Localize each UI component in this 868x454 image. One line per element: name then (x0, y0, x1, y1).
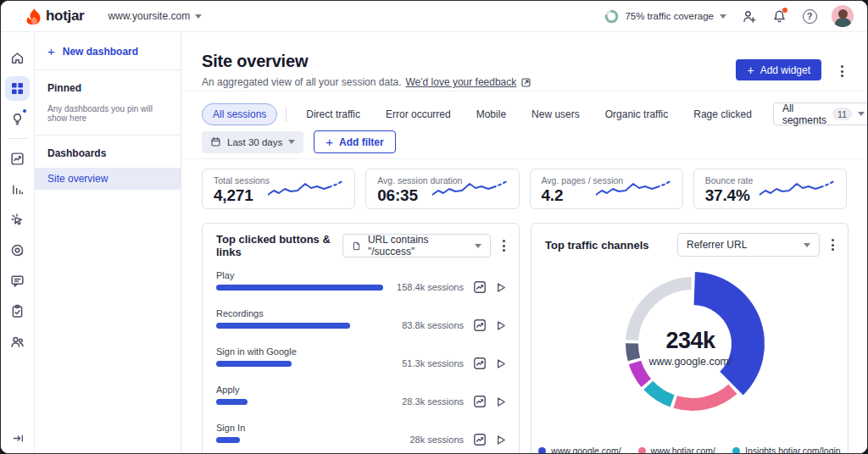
clicked-item-label: Recordings (216, 308, 507, 318)
filter-chip-new-users[interactable]: New users (520, 103, 591, 125)
legend-color-dot (638, 447, 646, 454)
all-segments-dropdown[interactable]: All segments 11 (773, 102, 867, 125)
play-recordings-button[interactable] (494, 357, 507, 370)
sidebar-item-label: Site overview (47, 173, 108, 185)
top-clicked-options-menu[interactable] (499, 236, 509, 255)
coverage-ring-icon (604, 9, 619, 24)
navigation-rail (1, 32, 35, 454)
top-clicked-header: Top clicked buttons & links URL contains… (203, 224, 519, 258)
view-heatmap-button[interactable] (473, 280, 487, 294)
user-avatar[interactable] (832, 5, 854, 27)
donut-segment[interactable] (626, 277, 692, 340)
hotjar-flame-icon (26, 8, 41, 25)
page-options-menu[interactable] (837, 62, 847, 80)
donut-segment[interactable] (626, 343, 640, 361)
add-filter-button[interactable]: + Add filter (314, 130, 395, 153)
legend-color-dot (732, 447, 740, 454)
play-recordings-button[interactable] (494, 319, 507, 332)
filter-chip-organic-traffic[interactable]: Organic traffic (594, 103, 679, 125)
view-heatmap-button[interactable] (473, 433, 487, 446)
legend-color-dot (538, 447, 546, 454)
donut-legend: www.google.com/ www.hotjar.com/ Insights… (531, 446, 848, 453)
notifications-button[interactable] (771, 8, 787, 25)
collapse-sidebar-button[interactable] (1, 432, 35, 445)
filter-chip-direct-traffic[interactable]: Direct traffic (295, 103, 371, 125)
traffic-coverage-dropdown[interactable]: 75% traffic coverage (604, 9, 726, 24)
clicked-item-label: Sign in with Google (216, 346, 507, 357)
nav-recordings[interactable] (1, 235, 35, 265)
donut-segment[interactable] (629, 361, 651, 387)
nav-surveys[interactable] (1, 296, 35, 326)
clicked-item-row: Play 158.4k sessions (216, 270, 507, 301)
filter-chip-error-occurred[interactable]: Error occurred (375, 103, 462, 125)
traffic-header: Top traffic channels Referrer URL (531, 224, 848, 257)
rail-divider (8, 138, 28, 139)
url-filter-dropdown[interactable]: URL contains "/success" (342, 234, 491, 257)
view-heatmap-button[interactable] (473, 395, 487, 408)
trend-square-icon (473, 318, 487, 332)
view-heatmap-button[interactable] (473, 318, 487, 332)
hotjar-logo[interactable]: hotjar (26, 8, 84, 25)
play-recordings-button[interactable] (494, 281, 507, 294)
url-filter-label: URL contains "/success" (368, 234, 463, 257)
donut-segment-www.google.com/[interactable] (694, 272, 765, 395)
add-widget-button[interactable]: + Add widget (736, 59, 821, 80)
dashboards-sidebar: + New dashboard Pinned Any dashboards yo… (35, 32, 181, 454)
filter-chip-all-sessions[interactable]: All sessions (202, 103, 277, 125)
date-range-label: Last 30 days (227, 137, 282, 147)
stat-card: Bounce rate 37.4% (693, 169, 847, 209)
segments-label: All segments (782, 102, 826, 126)
traffic-title: Top traffic channels (545, 239, 649, 252)
trends-chart-icon (10, 152, 25, 166)
dashboards-section-title: Dashboards (35, 136, 181, 159)
chevron-down-icon (858, 112, 865, 116)
legend-label: Insights.hotjar.com/login (745, 446, 841, 453)
funnels-bars-icon (10, 182, 25, 197)
chevron-down-icon (804, 243, 810, 247)
trend-square-icon (473, 395, 487, 408)
active-nav-highlight (5, 76, 30, 101)
view-heatmap-button[interactable] (473, 357, 487, 370)
nav-interviews[interactable] (1, 326, 35, 357)
notification-badge (22, 108, 27, 114)
brand-wordmark: hotjar (46, 8, 84, 25)
nav-dashboards-active[interactable] (1, 73, 35, 103)
play-icon (494, 319, 507, 332)
feedback-bubble-icon (10, 274, 25, 288)
nav-trends[interactable] (1, 143, 35, 174)
nav-heatmaps[interactable] (1, 204, 35, 235)
hotjar-dashboard-window: hotjar www.yoursite.com 75% traffic cove… (0, 0, 868, 454)
nav-feedback[interactable] (1, 265, 35, 296)
invite-user-button[interactable] (740, 8, 757, 25)
clicked-items-list: Play 158.4k sessions Recordings 83.8k se… (203, 258, 519, 453)
sidebar-item-site-overview[interactable]: Site overview (35, 168, 181, 190)
help-button[interactable]: ? (801, 8, 818, 25)
date-range-dropdown[interactable]: Last 30 days (202, 131, 303, 153)
nav-home[interactable] (1, 42, 35, 73)
play-recordings-button[interactable] (494, 434, 507, 446)
sessions-count: 83.8k sessions (402, 320, 464, 330)
traffic-options-menu[interactable] (828, 235, 837, 254)
traffic-channels-card: Top traffic channels Referrer URL 234k w… (531, 223, 849, 453)
surveys-clipboard-icon (10, 304, 25, 318)
filter-chip-rage-clicked[interactable]: Rage clicked (682, 103, 763, 125)
nav-funnels[interactable] (1, 174, 35, 204)
interviews-users-icon (10, 335, 25, 349)
filter-chip-mobile[interactable]: Mobile (465, 103, 517, 125)
donut-segment-www.hotjar.com/[interactable] (674, 385, 737, 411)
topbar-actions: 75% traffic coverage ? (604, 5, 854, 27)
filter-row-secondary: Last 30 days + Add filter (202, 130, 396, 153)
sessions-count: 28.3k sessions (402, 396, 464, 407)
play-recordings-button[interactable] (494, 396, 507, 408)
new-dashboard-button[interactable]: + New dashboard (35, 32, 181, 69)
pinned-empty-text: Any dashboards you pin will show here (35, 94, 181, 135)
referrer-url-dropdown[interactable]: Referrer URL (677, 233, 820, 257)
chevron-down-icon (288, 140, 295, 144)
sessions-bar (216, 361, 292, 367)
nav-ideas[interactable] (1, 103, 35, 134)
traffic-donut-svg[interactable] (531, 260, 849, 440)
donut-segment-Insights.hotjar.com/login[interactable] (643, 381, 674, 407)
site-selector[interactable]: www.yoursite.com (108, 10, 202, 22)
dashboards-grid-icon (11, 82, 24, 95)
feedback-link[interactable]: We'd love your feedback (405, 76, 516, 88)
